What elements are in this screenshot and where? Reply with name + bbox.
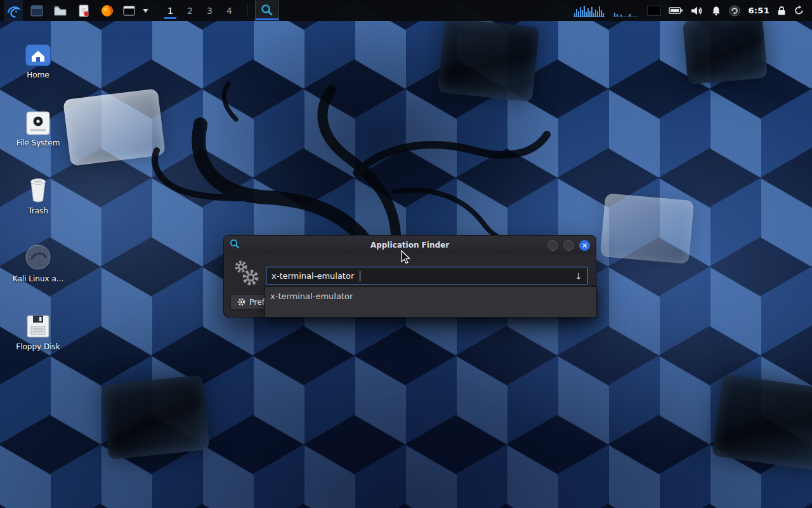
desktop-icon-floppy-disk[interactable]: Floppy Disk <box>0 309 76 351</box>
text-editor-button[interactable] <box>74 0 93 21</box>
desktop-icon-label: Home <box>0 70 76 79</box>
bell-icon[interactable] <box>711 6 721 16</box>
completion-popup: x-terminal-emulator <box>265 286 597 318</box>
gear-icon <box>237 298 246 306</box>
status-circle-icon[interactable] <box>729 5 740 17</box>
battery-icon[interactable] <box>669 6 683 15</box>
firefox-icon <box>101 4 114 17</box>
kali-menu-icon <box>6 3 21 18</box>
completion-item[interactable]: x-terminal-emulator <box>265 287 596 305</box>
desktop-icon-label: Trash <box>0 206 76 215</box>
home-icon <box>0 37 76 67</box>
application-finder-icon <box>261 4 273 17</box>
desktop-icon-label: Floppy Disk <box>0 342 76 351</box>
workspace-switcher: 1 2 3 4 <box>160 0 239 21</box>
window-icon <box>30 5 43 17</box>
wallpaper-glass-cube <box>63 88 166 166</box>
application-finder-window: Application Finder × x-termin <box>223 235 596 318</box>
wallpaper-glass-cube <box>600 193 694 264</box>
desktop-icon-label: File System <box>0 138 76 147</box>
titlebar[interactable]: Application Finder × <box>224 236 596 255</box>
workspace-button-3[interactable]: 3 <box>200 0 219 21</box>
terminal-monitor-widget[interactable] <box>647 6 661 16</box>
window-controls: × <box>547 240 590 251</box>
finder-body: x-terminal-emulator ↓ Preferences x-term… <box>224 255 596 318</box>
trash-icon <box>0 173 76 203</box>
system-tray: 6:51 <box>573 4 808 17</box>
minimize-button[interactable] <box>547 240 558 251</box>
search-input-value: x-terminal-emulator <box>272 271 354 281</box>
cpu-graph-icon[interactable] <box>573 4 605 17</box>
search-input[interactable]: x-terminal-emulator ↓ <box>266 267 588 285</box>
network-graph-icon[interactable] <box>613 4 639 17</box>
app-window-launcher-button[interactable] <box>27 0 46 21</box>
desktop-icon-file-system[interactable]: File System <box>0 105 76 147</box>
text-caret <box>360 271 360 281</box>
workspace-button-2[interactable]: 2 <box>180 0 200 21</box>
workspace-button-1[interactable]: 1 <box>160 0 180 21</box>
firefox-button[interactable] <box>98 0 117 21</box>
terminal-launcher-button[interactable] <box>121 0 136 21</box>
chevron-down-icon <box>143 9 148 13</box>
desktop-icon-trash[interactable]: Trash <box>0 173 76 215</box>
panel-separator <box>247 4 247 17</box>
file-manager-button[interactable] <box>51 0 70 21</box>
terminal-dropdown-button[interactable] <box>141 0 150 21</box>
wallpaper-dark-cube <box>101 375 209 460</box>
taskbar-application-finder-button[interactable] <box>255 1 279 20</box>
combo-down-arrow-icon[interactable]: ↓ <box>575 271 582 281</box>
application-finder-icon <box>230 239 240 251</box>
wallpaper-dark-cube <box>437 17 540 102</box>
desktop: Home File System Trash Kali Linux a... F… <box>0 0 812 508</box>
lock-icon[interactable] <box>777 6 786 16</box>
folder-icon <box>54 5 67 16</box>
volume-icon[interactable] <box>691 6 704 16</box>
top-panel: 1 2 3 4 6:51 <box>0 0 812 21</box>
wallpaper-dark-cube <box>712 374 812 471</box>
drive-icon <box>0 105 76 135</box>
desktop-icon-home[interactable]: Home <box>0 37 76 79</box>
applications-menu-button[interactable] <box>4 0 23 21</box>
close-button[interactable]: × <box>579 240 590 251</box>
desktop-icon-label: Kali Linux a... <box>0 274 76 283</box>
workspace-button-4[interactable]: 4 <box>219 0 239 21</box>
document-icon <box>78 4 89 17</box>
terminal-icon <box>123 6 135 16</box>
maximize-button[interactable] <box>563 240 574 251</box>
desktop-icon-kali-linux[interactable]: Kali Linux a... <box>0 241 76 283</box>
floppy-icon <box>0 309 76 339</box>
window-title: Application Finder <box>224 241 596 250</box>
kali-disc-icon <box>0 241 76 271</box>
clock[interactable]: 6:51 <box>748 6 769 15</box>
log-out-icon[interactable] <box>794 5 804 16</box>
gears-icon <box>232 258 263 291</box>
wallpaper-dark-cube <box>683 15 768 85</box>
